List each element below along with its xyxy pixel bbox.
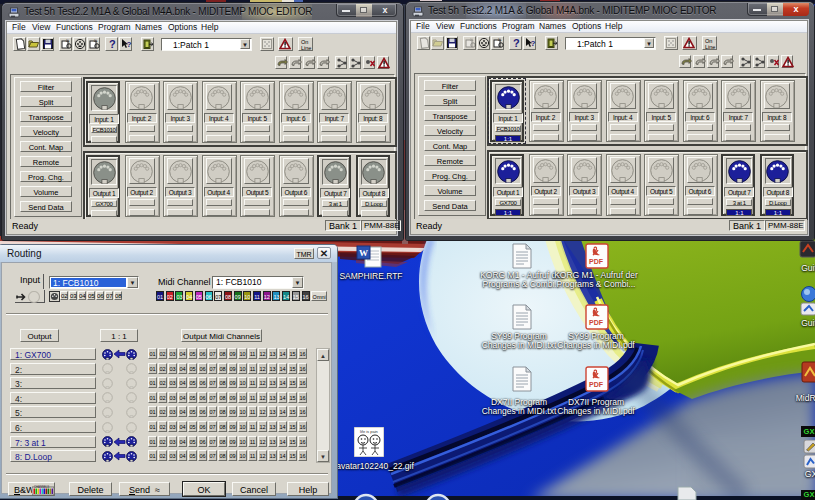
svg-text:PDF: PDF: [589, 319, 604, 326]
svg-text:²¹: ²¹: [66, 38, 70, 44]
svg-text:²¹: ²¹: [94, 38, 98, 44]
svg-text:?: ?: [513, 37, 520, 49]
svg-text:?: ?: [531, 39, 536, 48]
svg-text:life is pain: life is pain: [360, 429, 378, 434]
svg-text:W: W: [359, 248, 368, 258]
svg-text:CHANNELS: CHANNELS: [34, 485, 49, 489]
svg-text:PDF: PDF: [589, 381, 604, 388]
svg-text:PDF: PDF: [589, 258, 604, 265]
svg-text:?: ?: [127, 40, 132, 49]
svg-text:²¹: ²¹: [470, 37, 474, 43]
svg-text:²¹: ²¹: [498, 37, 502, 43]
svg-text:?: ?: [109, 38, 116, 50]
